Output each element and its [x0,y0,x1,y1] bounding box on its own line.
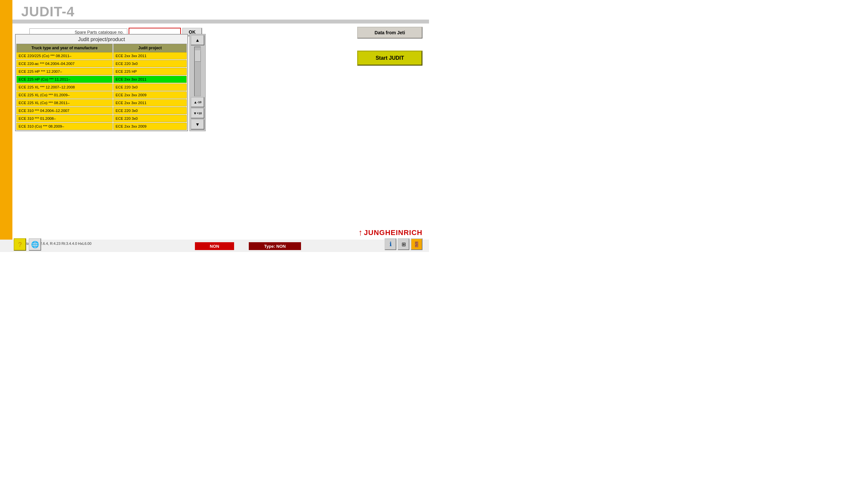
cell-truck-7: ECE 310 *** 04.2004–12.2007 [16,107,113,114]
data-from-jeti-button[interactable]: Data from Jeti [357,27,423,38]
table-header: Truck type and year of manufacture Judit… [16,44,187,52]
scroll-top-button[interactable]: ▲ [191,35,204,45]
table-dialog: Judit project/product Truck type and yea… [15,34,188,131]
cell-judit-0: ECE 2xx 3xx 2011 [113,52,187,60]
table-row[interactable]: ECE 220/225 (Co) *** 08.2011–ECE 2xx 3xx… [16,52,187,60]
globe-icon-button[interactable]: 🌐 [29,238,41,251]
table-row[interactable]: ECE 220-ac *** 04.2004–04.2007ECE 220 3x… [16,60,187,67]
cell-truck-4: ECE 225 XL *** 12.2007–12.2008 [16,84,113,91]
status-type-badge: Type: NON [249,242,301,250]
exit-icon-button[interactable]: 🚪 [411,238,423,250]
table-body: ECE 220/225 (Co) *** 08.2011–ECE 2xx 3xx… [16,52,187,131]
start-judit-button[interactable]: Start JUDIT [357,51,423,66]
logo-area: ↑ JUNGHEINRICH [359,228,423,238]
table-row[interactable]: ECE 310 *** 01.2008–ECE 220 3x0 [16,115,187,122]
cell-truck-8: ECE 310 *** 01.2008– [16,115,113,122]
table-row[interactable]: ECE 225 XL (Co) *** 01.2009–ECE 2xx 3xx … [16,92,187,99]
scroll-bottom-button[interactable]: ▼ [191,119,204,130]
cell-truck-6: ECE 225 XL (Co) *** 08.2011– [16,99,113,107]
dialog-title: Judit project/product [16,35,187,44]
cell-judit-6: ECE 2xx 3xx 2011 [113,99,187,107]
app-title: JUDIT-4 [21,4,75,20]
cell-judit-7: ECE 220 3x0 [113,107,187,114]
cell-truck-3: ECE 225 HP (Co) *** 11.2011– [16,76,113,83]
scroll-down10-button[interactable]: ▼+10 [191,108,204,118]
help-icon-button[interactable]: ? [14,238,26,251]
cell-judit-8: ECE 220 3x0 [113,115,187,122]
cell-judit-1: ECE 220 3x0 [113,60,187,67]
main-table-container: Judit project/product Truck type and yea… [15,34,224,131]
cell-truck-2: ECE 225 HP *** 12.2007– [16,68,113,75]
col-header-judit: Judit project [113,44,187,52]
cell-truck-1: ECE 220-ac *** 04.2004–04.2007 [16,60,113,67]
logo-arrow-icon: ↑ [359,228,363,238]
table-row[interactable]: ECE 310 (Co) *** 08.2009–ECE 2xx 3xx 200… [16,123,187,130]
top-gray-bar [12,20,429,23]
bottom-right-icons: ℹ ⊞ 🚪 [385,238,423,250]
table-row[interactable]: ECE 310 *** 04.2004–12.2007ECE 220 3x0 [16,107,187,114]
cell-truck-9: ECE 310 (Co) *** 08.2009– [16,123,113,130]
info-icon-button[interactable]: ℹ [385,238,396,250]
table-row[interactable]: ECE 225 HP *** 12.2007–ECE 225 HP [16,68,187,75]
cell-truck-5: ECE 225 XL (Co) *** 01.2009– [16,92,113,99]
status-non-badge: NON [195,242,234,250]
logo-text: JUNGHEINRICH [364,228,423,237]
scroll-up10-button[interactable]: ▲-10 [191,97,204,108]
cell-judit-4: ECE 220 3x0 [113,84,187,91]
cell-judit-3: ECE 2xx 3xx 2011 [113,76,187,83]
col-header-truck: Truck type and year of manufacture [16,44,113,52]
table-row[interactable]: ECE 225 XL (Co) *** 08.2011–ECE 2xx 3xx … [16,99,187,107]
scroll-area: ▲ ▲-10 ▼+10 ▼ [189,34,206,131]
cell-judit-2: ECE 225 HP [113,68,187,75]
table-row[interactable]: ECE 225 XL *** 12.2007–12.2008ECE 220 3x… [16,84,187,91]
cell-truck-0: ECE 220/225 (Co) *** 08.2011– [16,52,113,60]
bottom-icons: ? 🌐 [14,238,41,251]
scroll-track [194,47,201,96]
table-row[interactable]: ECE 225 HP (Co) *** 11.2011–ECE 2xx 3xx … [16,76,187,83]
cell-judit-5: ECE 2xx 3xx 2009 [113,92,187,99]
grid-icon-button[interactable]: ⊞ [398,238,409,250]
left-yellow-bar [0,0,12,252]
scroll-thumb [195,50,201,62]
cell-judit-9: ECE 2xx 3xx 2009 [113,123,187,130]
